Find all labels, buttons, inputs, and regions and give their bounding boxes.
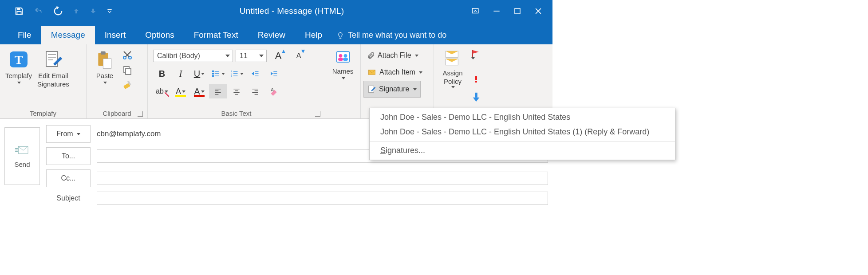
send-button[interactable]: Send xyxy=(4,127,40,185)
cc-button[interactable]: Cc... xyxy=(46,169,91,187)
next-icon[interactable] xyxy=(90,8,97,15)
paperclip-icon xyxy=(367,51,375,60)
bold-button[interactable]: B xyxy=(153,67,171,81)
dialog-launcher-icon[interactable] xyxy=(138,111,143,117)
save-icon[interactable] xyxy=(14,6,24,16)
underline-button[interactable]: U xyxy=(190,67,208,81)
svg-point-62 xyxy=(343,54,347,58)
subject-input[interactable] xyxy=(97,192,548,205)
minimize-icon[interactable] xyxy=(492,7,501,16)
to-button[interactable]: To... xyxy=(46,147,91,165)
group-basic-text: Calibri (Body) 11 A A B I U 123 xyxy=(148,44,325,118)
qat-more-icon[interactable] xyxy=(107,8,113,14)
signatures-settings[interactable]: Signatures... xyxy=(370,143,675,158)
increase-indent-icon[interactable] xyxy=(265,67,283,81)
shrink-font-icon[interactable]: A xyxy=(290,49,308,63)
assign-policy-button[interactable]: Assign Policy xyxy=(437,47,469,89)
cut-icon[interactable] xyxy=(122,50,133,60)
undo-icon[interactable] xyxy=(34,7,43,16)
format-painter-icon[interactable] xyxy=(122,80,133,90)
signature-icon xyxy=(367,85,376,94)
tab-help[interactable]: Help xyxy=(295,26,332,44)
font-size-combo[interactable]: 11 xyxy=(236,50,267,62)
clipboard-icon xyxy=(95,49,114,70)
svg-marker-74 xyxy=(473,98,480,102)
redo-icon[interactable] xyxy=(53,6,63,16)
svg-point-28 xyxy=(213,71,214,72)
tab-message[interactable]: Message xyxy=(41,26,95,44)
prev-icon[interactable] xyxy=(73,8,80,15)
eraser-icon[interactable]: A xyxy=(265,84,283,98)
group-names: Names xyxy=(325,44,361,118)
address-book-icon xyxy=(335,49,351,66)
italic-button[interactable]: I xyxy=(172,67,189,81)
signature-button[interactable]: Signature xyxy=(363,81,421,98)
svg-point-32 xyxy=(213,75,214,77)
highlight-button[interactable]: A xyxy=(172,84,189,98)
group-include: Attach File Attach Item Signature xyxy=(361,44,434,118)
group-clipboard: Paste Clipboard xyxy=(87,44,148,118)
svg-rect-0 xyxy=(17,8,20,10)
svg-rect-60 xyxy=(336,51,349,62)
high-importance-icon[interactable] xyxy=(473,73,480,85)
font-name-combo[interactable]: Calibri (Body) xyxy=(153,50,233,62)
from-button[interactable]: From xyxy=(46,125,91,143)
svg-text:A: A xyxy=(271,87,274,92)
attach-file-button[interactable]: Attach File xyxy=(363,47,422,64)
edit-signature-icon xyxy=(43,49,64,70)
svg-point-61 xyxy=(339,54,342,58)
templafy-icon: T xyxy=(8,49,29,70)
window-controls xyxy=(471,7,552,16)
templafy-button[interactable]: T Templafy xyxy=(3,47,35,85)
low-importance-icon[interactable] xyxy=(471,91,481,102)
signature-option-2[interactable]: John Doe - Sales - Demo LLC - English Un… xyxy=(370,125,675,139)
paste-button[interactable]: Paste xyxy=(89,47,120,85)
clear-formatting-icon[interactable]: ab xyxy=(153,84,171,98)
svg-rect-73 xyxy=(475,93,477,98)
svg-rect-16 xyxy=(101,51,106,55)
lightbulb-icon xyxy=(336,31,344,39)
close-icon[interactable] xyxy=(534,7,543,16)
svg-text:3: 3 xyxy=(231,75,233,78)
policy-icon xyxy=(443,49,462,67)
follow-up-flag-icon[interactable] xyxy=(470,49,482,67)
ribbon-tabs: File Message Insert Options Format Text … xyxy=(0,22,552,44)
quick-access-toolbar xyxy=(0,6,113,16)
tell-me-search[interactable]: Tell me what you want to do xyxy=(332,26,451,44)
numbering-button[interactable]: 123 xyxy=(228,67,245,81)
maximize-icon[interactable] xyxy=(513,7,521,15)
svg-rect-64 xyxy=(343,58,348,61)
grow-font-icon[interactable]: A xyxy=(269,49,287,63)
svg-point-30 xyxy=(213,73,214,75)
svg-text:T: T xyxy=(15,53,23,67)
tab-insert[interactable]: Insert xyxy=(95,26,136,44)
cc-input[interactable] xyxy=(97,172,548,185)
group-tags: Assign Policy xyxy=(434,44,501,118)
font-color-button[interactable]: A xyxy=(190,84,208,98)
svg-line-46 xyxy=(165,92,169,97)
align-left-button[interactable] xyxy=(209,84,227,98)
tab-format-text[interactable]: Format Text xyxy=(184,26,248,44)
tab-review[interactable]: Review xyxy=(248,26,295,44)
svg-rect-5 xyxy=(515,8,520,14)
names-button[interactable]: Names xyxy=(327,47,359,80)
align-center-button[interactable] xyxy=(228,84,245,98)
ribbon-display-icon[interactable] xyxy=(471,7,480,15)
dialog-launcher-icon[interactable] xyxy=(315,111,320,117)
tab-file[interactable]: File xyxy=(8,26,41,44)
align-right-button[interactable] xyxy=(246,84,264,98)
svg-marker-26 xyxy=(282,50,285,53)
edit-signatures-button[interactable]: Edit Email Signatures xyxy=(35,47,72,90)
group-label-templafy: Templafy xyxy=(3,109,83,118)
svg-marker-27 xyxy=(301,50,305,53)
signature-dropdown: John Doe - Sales - Demo LLC - English Un… xyxy=(369,108,675,160)
copy-icon[interactable] xyxy=(122,65,133,75)
svg-rect-23 xyxy=(126,68,131,75)
tab-options[interactable]: Options xyxy=(135,26,184,44)
attach-item-button[interactable]: Attach Item xyxy=(363,64,426,81)
svg-rect-71 xyxy=(475,76,477,80)
group-label-clipboard: Clipboard xyxy=(89,109,145,118)
signature-option-1[interactable]: John Doe - Sales - Demo LLC - English Un… xyxy=(370,110,675,125)
decrease-indent-icon[interactable] xyxy=(246,67,264,81)
bullets-button[interactable] xyxy=(209,67,227,81)
